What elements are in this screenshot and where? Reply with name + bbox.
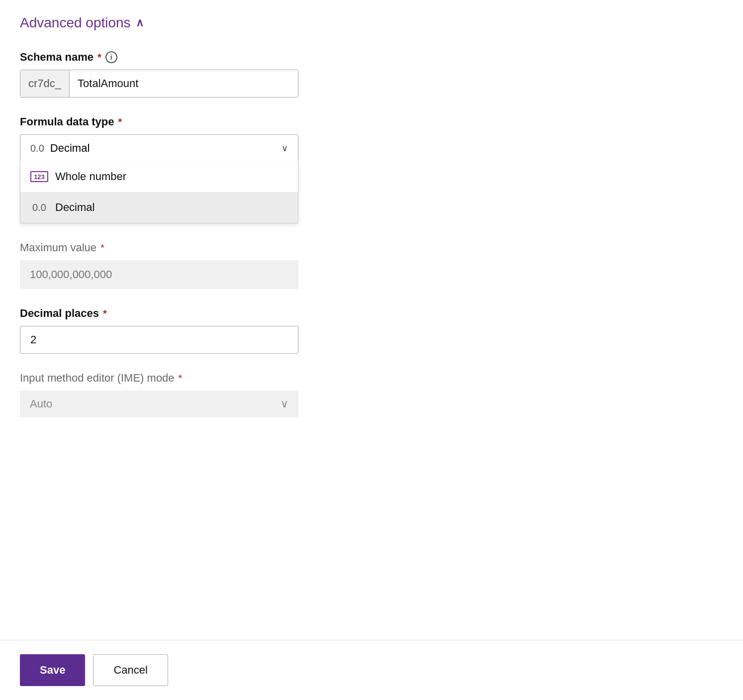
formula-data-type-label: Formula data type * [20,115,723,128]
maximum-value-label: Maximum value * [20,241,723,254]
schema-prefix: cr7dc_ [20,70,70,97]
footer: Save Cancel [0,640,743,700]
schema-name-section: Schema name * i cr7dc_ [20,51,723,98]
decimal-places-label-text: Decimal places [20,307,99,320]
decimal-places-label: Decimal places * [20,307,723,320]
maximum-value-label-text: Maximum value [20,241,96,254]
maximum-value-input [20,260,298,289]
decimal-icon: 0.0 [30,143,44,154]
decimal-places-input[interactable] [20,326,298,354]
decimal-places-section: Decimal places * [20,307,723,354]
maximum-value-required: * [100,242,104,254]
ime-mode-label: Input method editor (IME) mode * [20,372,723,385]
ime-mode-dropdown: Auto ∨ [20,391,298,417]
ime-mode-label-text: Input method editor (IME) mode [20,372,175,385]
advanced-options-title[interactable]: Advanced options [20,15,131,31]
advanced-options-header[interactable]: Advanced options ∧ [20,15,723,31]
schema-name-label-text: Schema name [20,51,93,64]
main-content: Advanced options ∧ Schema name * i cr7dc… [0,0,743,640]
schema-name-input-group: cr7dc_ [20,70,298,98]
schema-name-input[interactable] [70,70,298,97]
formula-data-type-required: * [118,116,122,128]
chevron-up-icon: ∧ [136,17,144,28]
option-decimal[interactable]: 0.0 Decimal [20,192,298,223]
whole-number-icon: 123 [30,171,48,182]
cancel-button[interactable]: Cancel [93,654,168,686]
decimal-label: Decimal [55,201,94,214]
formula-data-type-menu: 123 Whole number 0.0 Decimal [20,161,298,223]
schema-name-label: Schema name * i [20,51,723,64]
whole-number-label: Whole number [55,170,126,183]
schema-name-required: * [97,52,101,63]
ime-mode-section: Input method editor (IME) mode * Auto ∨ [20,372,723,417]
formula-data-type-section: Formula data type * 0.0 Decimal ∨ 123 Wh… [20,115,723,223]
save-button[interactable]: Save [20,654,85,686]
option-whole-number[interactable]: 123 Whole number [20,161,298,192]
ime-dropdown-chevron: ∨ [280,398,288,410]
formula-data-type-dropdown[interactable]: 0.0 Decimal ∨ [20,134,298,162]
formula-data-type-label-text: Formula data type [20,115,114,128]
maximum-value-section: Maximum value * [20,241,723,289]
page-container: Advanced options ∧ Schema name * i cr7dc… [0,0,743,700]
ime-mode-required: * [179,373,183,384]
decimal-option-icon: 0.0 [30,202,48,213]
formula-dropdown-chevron: ∨ [281,143,288,154]
decimal-places-required: * [103,308,107,319]
formula-data-type-selected-text: Decimal [50,142,90,155]
schema-name-info-icon[interactable]: i [105,51,117,63]
ime-mode-value: Auto [30,398,52,410]
formula-data-type-value: 0.0 Decimal [30,142,90,155]
